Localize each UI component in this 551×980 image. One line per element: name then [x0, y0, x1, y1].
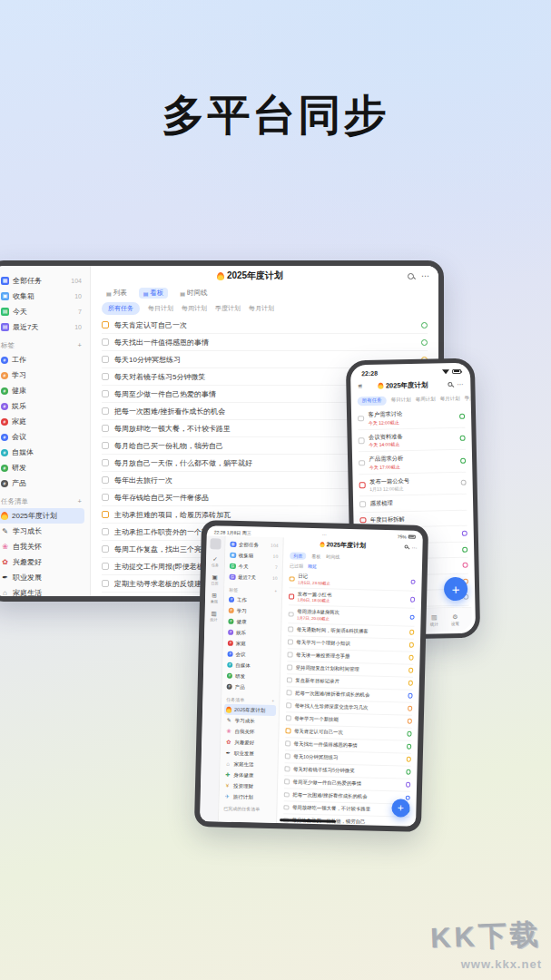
task-checkbox[interactable]: [102, 528, 109, 535]
tabbar-item-统计[interactable]: ▥统计: [430, 613, 438, 626]
task-checkbox[interactable]: [102, 459, 109, 466]
task-row[interactable]: 产品需求分析今天 17:00截止: [359, 450, 466, 475]
tag-item-学习[interactable]: #学习: [0, 368, 84, 383]
avatar[interactable]: [210, 538, 221, 549]
filter-chip-每日计划[interactable]: 每日计划: [148, 304, 173, 313]
task-checkbox[interactable]: [102, 425, 109, 432]
task-row[interactable]: 每天找出一件值得感恩的事情: [102, 334, 428, 351]
task-checkbox[interactable]: [284, 779, 290, 785]
task-checkbox[interactable]: [288, 652, 293, 658]
tag-item-产品[interactable]: #产品: [0, 475, 84, 491]
task-checkbox[interactable]: [289, 593, 294, 599]
view-tab-时间线[interactable]: 时间线: [326, 554, 339, 559]
sidebar-item-最近7天[interactable]: ▤最近7天10: [227, 572, 279, 583]
task-checkbox[interactable]: [359, 517, 366, 524]
task-checkbox[interactable]: [358, 416, 364, 422]
filter-chip-每周计划[interactable]: 每周计划: [182, 304, 207, 313]
task-checkbox[interactable]: [102, 390, 109, 397]
tag-item-研发[interactable]: #研发: [0, 460, 84, 475]
more-menu-icon[interactable]: ⋯: [411, 544, 417, 550]
task-checkbox[interactable]: [289, 612, 294, 617]
sidebar-item-今天[interactable]: ▤今天7: [0, 304, 84, 319]
tag-item-健康[interactable]: #健康: [0, 383, 84, 398]
task-checkbox[interactable]: [286, 703, 291, 709]
filter-chip-每月计划[interactable]: 每月计划: [249, 304, 274, 313]
task-checkbox[interactable]: [102, 373, 109, 380]
task-checkbox[interactable]: [286, 716, 291, 721]
search-icon[interactable]: [404, 544, 408, 549]
list-item-兴趣爱好[interactable]: ✿兴趣爱好: [0, 554, 84, 570]
task-checkbox[interactable]: [285, 729, 290, 734]
task-checkbox[interactable]: [102, 580, 109, 587]
filter-chip-每月计划[interactable]: 每月计划: [440, 396, 460, 402]
filter-chip-季度计划[interactable]: 季度计划: [465, 395, 471, 401]
task-checkbox[interactable]: [283, 805, 289, 810]
sidebar-item-最近7天[interactable]: ▤最近7天10: [0, 319, 84, 335]
list-item-自我关怀[interactable]: ❀自我关怀: [0, 539, 84, 554]
task-checkbox[interactable]: [102, 407, 109, 415]
task-checkbox[interactable]: [285, 754, 290, 760]
task-checkbox[interactable]: [102, 476, 109, 484]
tag-item-会议[interactable]: #会议: [0, 429, 84, 445]
task-checkbox[interactable]: [102, 494, 109, 501]
task-checkbox[interactable]: [284, 792, 290, 798]
task-row[interactable]: 发布一篇公众号1月13 12:00截止: [359, 472, 466, 496]
postpone-link[interactable]: 顺延: [308, 564, 317, 569]
tag-item-产品[interactable]: #产品: [225, 681, 277, 693]
task-checkbox[interactable]: [359, 437, 365, 444]
task-checkbox[interactable]: [102, 545, 109, 553]
sidebar-item-收集箱[interactable]: ▣收集箱10: [0, 289, 84, 304]
sidebar-item-全部任务[interactable]: ▦全部任务104: [0, 273, 84, 289]
task-checkbox[interactable]: [288, 640, 293, 645]
filter-chip-每周计划[interactable]: 每周计划: [416, 396, 436, 402]
filter-chip-所有任务[interactable]: 所有任务: [358, 396, 387, 406]
task-row[interactable]: 每天肯定认可自己一次: [102, 317, 428, 334]
list-item-家庭生活[interactable]: ⌂家庭生活: [0, 585, 84, 596]
rail-item-日历[interactable]: ▣日历: [211, 573, 218, 585]
task-checkbox[interactable]: [102, 338, 109, 346]
task-checkbox[interactable]: [284, 767, 290, 772]
filter-chip-季度计划[interactable]: 季度计划: [215, 304, 241, 313]
task-checkbox[interactable]: [102, 511, 109, 518]
filter-chip-每日计划[interactable]: 每日计划: [391, 397, 411, 403]
task-checkbox[interactable]: [102, 563, 109, 570]
more-menu-icon[interactable]: ⋯: [421, 271, 429, 280]
rail-item-统计[interactable]: ▥统计: [210, 610, 217, 622]
task-checkbox[interactable]: [290, 576, 295, 582]
view-tab-看板[interactable]: 看板: [311, 554, 320, 559]
tag-item-自媒体[interactable]: #自媒体: [0, 445, 84, 460]
view-tab-列表[interactable]: 列表: [290, 552, 306, 559]
view-tab-列表[interactable]: ▤列表: [102, 288, 132, 299]
list-item-学习成长[interactable]: ✎学习成长: [0, 524, 84, 539]
rail-item-象限[interactable]: ⊞象限: [211, 592, 218, 603]
task-checkbox[interactable]: [359, 460, 365, 466]
task-checkbox[interactable]: [102, 442, 109, 449]
task-checkbox[interactable]: [287, 665, 292, 671]
task-checkbox[interactable]: [102, 321, 109, 328]
task-row[interactable]: 客户需求讨论今天 12:00截止: [358, 406, 465, 430]
tag-item-工作[interactable]: #工作: [0, 352, 84, 368]
task-checkbox[interactable]: [359, 482, 366, 488]
add-list-icon[interactable]: +: [78, 497, 82, 505]
add-list-icon[interactable]: +: [271, 697, 274, 702]
task-row[interactable]: 会议资料准备今天 14:00截止: [358, 427, 465, 452]
task-checkbox[interactable]: [359, 501, 366, 507]
list-item-2025年度计划[interactable]: 2025年度计划: [0, 508, 84, 524]
rail-item-任务[interactable]: ✓任务: [212, 555, 219, 567]
tabbar-item-设置[interactable]: ⚙设置: [451, 612, 459, 625]
search-icon[interactable]: [408, 273, 414, 279]
view-tab-看板[interactable]: ▤看板: [139, 288, 169, 299]
list-item-职业发展[interactable]: ✒职业发展: [0, 570, 84, 585]
task-checkbox[interactable]: [288, 627, 293, 632]
add-tag-icon[interactable]: +: [274, 587, 277, 593]
tag-item-娱乐[interactable]: #娱乐: [0, 398, 84, 414]
more-menu-icon[interactable]: ⋯: [457, 380, 463, 387]
view-tab-时间线[interactable]: ▤时间线: [175, 288, 212, 299]
completed-lists-link[interactable]: 已完成的任务清单: [221, 802, 273, 812]
tag-item-家庭[interactable]: #家庭: [0, 414, 84, 429]
filter-chip-所有任务[interactable]: 所有任务: [102, 302, 140, 315]
task-checkbox[interactable]: [286, 691, 291, 696]
task-checkbox[interactable]: [285, 741, 290, 747]
task-checkbox[interactable]: [287, 678, 292, 683]
add-tag-icon[interactable]: +: [78, 341, 82, 349]
